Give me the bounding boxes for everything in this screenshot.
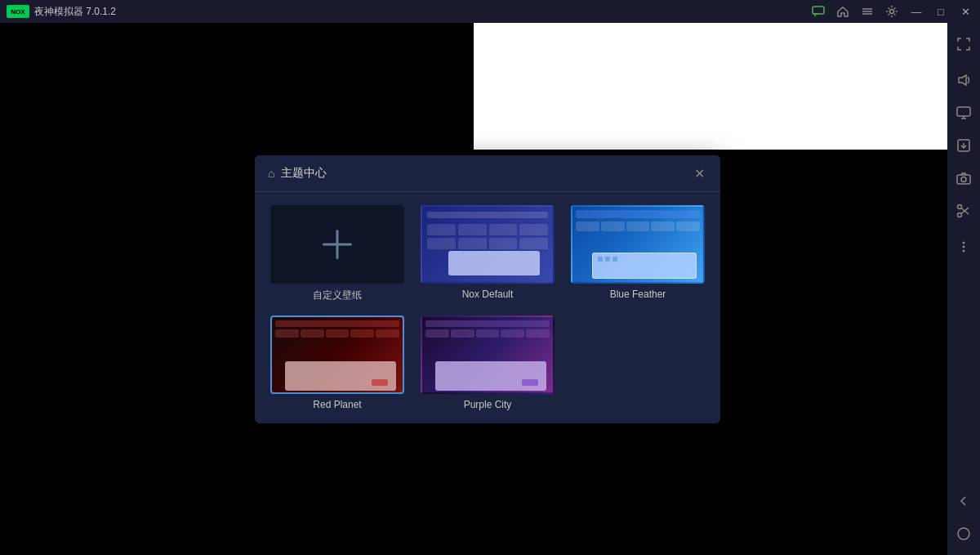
mock-cell — [489, 224, 518, 235]
theme-label-red-planet: Red Planet — [313, 399, 361, 410]
theme-label-nox-default: Nox Default — [462, 289, 514, 300]
pc-bar — [425, 320, 550, 327]
svg-point-14 — [958, 205, 962, 209]
mock-cell — [458, 224, 487, 235]
svg-point-18 — [963, 246, 965, 248]
rp-bar — [275, 320, 399, 327]
svg-point-19 — [963, 250, 965, 253]
theme-preview-custom — [270, 205, 404, 284]
theme-preview-blue-feather — [571, 205, 705, 284]
mock-grid — [427, 224, 548, 249]
empty-cell — [568, 316, 707, 410]
volume-icon-btn[interactable] — [949, 65, 978, 95]
theme-grid-row2: Red Planet — [255, 316, 720, 423]
pc-icon — [425, 329, 449, 338]
bf-icon — [651, 222, 675, 231]
svg-rect-6 — [957, 107, 970, 116]
purple-city-dialog — [435, 361, 546, 391]
theme-item-nox-default[interactable]: Nox Default — [418, 205, 557, 302]
pc-icon — [501, 329, 524, 338]
mock-cell — [519, 238, 548, 249]
theme-preview-nox-default — [421, 205, 555, 284]
mock-cell — [427, 224, 456, 235]
rp-icon — [326, 329, 350, 338]
bf-icon — [601, 222, 625, 231]
right-sidebar — [947, 23, 980, 555]
mock-cell — [458, 238, 487, 249]
title-bar-controls: — □ ✕ — [807, 0, 980, 23]
pc-icon — [451, 329, 474, 338]
title-bar-left: NOX 夜神模拟器 7.0.1.2 — [0, 5, 116, 19]
pc-icon — [526, 329, 550, 338]
rp-icons — [275, 329, 399, 338]
theme-preview-red-planet — [270, 316, 404, 394]
dialog-header: ⌂ 主题中心 ✕ — [255, 155, 720, 192]
bf-dot — [612, 257, 617, 262]
theme-label-custom: 自定义壁纸 — [313, 289, 362, 302]
theme-center-dialog: ⌂ 主题中心 ✕ 自定义壁纸 — [255, 155, 720, 423]
svg-point-12 — [961, 177, 966, 182]
more-icon-btn[interactable] — [949, 232, 978, 262]
blue-feather-dialog — [592, 253, 697, 279]
main-area: ⌂ 主题中心 ✕ 自定义壁纸 — [0, 23, 947, 555]
nox-logo: NOX — [7, 5, 29, 18]
rp-icon — [275, 329, 299, 338]
svg-point-20 — [958, 528, 969, 539]
camera-icon-btn[interactable] — [949, 163, 978, 193]
expand-btn[interactable] — [949, 29, 978, 59]
import-icon-btn[interactable] — [949, 131, 978, 160]
bf-icon — [576, 222, 599, 231]
theme-item-blue-feather[interactable]: Blue Feather — [568, 205, 707, 302]
theme-grid-row1: 自定义壁纸 — [255, 192, 720, 316]
mock-cell — [519, 224, 548, 235]
theme-preview-purple-city — [421, 316, 555, 394]
settings-icon-btn[interactable] — [880, 0, 903, 23]
rp-icon — [350, 329, 374, 338]
dialog-title: 主题中心 — [281, 166, 327, 181]
pc-btn — [522, 379, 538, 386]
minimize-btn[interactable]: — — [905, 0, 928, 23]
mock-cell — [427, 238, 456, 249]
rp-btn — [372, 379, 388, 386]
scissors-icon-btn[interactable] — [949, 196, 978, 226]
white-content-area — [474, 23, 947, 150]
chat-icon-btn[interactable] — [807, 0, 830, 23]
bf-icons — [576, 222, 700, 231]
theme-label-blue-feather: Blue Feather — [610, 289, 666, 300]
pc-icons — [425, 329, 550, 338]
plus-icon — [323, 230, 352, 259]
svg-marker-5 — [959, 75, 966, 85]
svg-point-4 — [890, 10, 894, 14]
bf-icon — [626, 222, 650, 231]
bf-dot — [605, 257, 610, 262]
display-icon-btn[interactable] — [949, 98, 978, 128]
svg-rect-0 — [813, 7, 824, 14]
bf-dot — [598, 257, 603, 262]
close-btn[interactable]: ✕ — [954, 0, 977, 23]
bf-taskbar — [576, 210, 700, 218]
pc-icon — [476, 329, 500, 338]
svg-rect-11 — [957, 175, 970, 184]
theme-label-purple-city: Purple City — [464, 399, 512, 410]
app-title: 夜神模拟器 7.0.1.2 — [34, 5, 116, 19]
title-bar: NOX 夜神模拟器 7.0.1.2 — [0, 0, 980, 23]
theme-item-custom[interactable]: 自定义壁纸 — [268, 205, 407, 302]
home-dialog-icon: ⌂ — [268, 167, 274, 180]
rp-icon — [376, 329, 399, 338]
theme-item-red-planet[interactable]: Red Planet — [268, 316, 407, 410]
nox-default-dialog — [448, 251, 540, 275]
mock-cell — [489, 238, 518, 249]
home-icon-btn[interactable] — [831, 0, 854, 23]
dialog-close-btn[interactable]: ✕ — [691, 165, 707, 181]
red-planet-dialog — [285, 361, 396, 391]
svg-point-13 — [958, 213, 962, 217]
menu-icon-btn[interactable] — [856, 0, 879, 23]
mock-bar — [427, 212, 548, 218]
svg-point-17 — [963, 242, 965, 244]
circle-home-icon-btn[interactable] — [949, 519, 978, 548]
theme-item-purple-city[interactable]: Purple City — [418, 316, 557, 410]
bf-icon — [676, 222, 700, 231]
maximize-btn[interactable]: □ — [929, 0, 952, 23]
bf-dialog-dots — [593, 253, 696, 265]
back-icon-btn[interactable] — [949, 486, 978, 516]
